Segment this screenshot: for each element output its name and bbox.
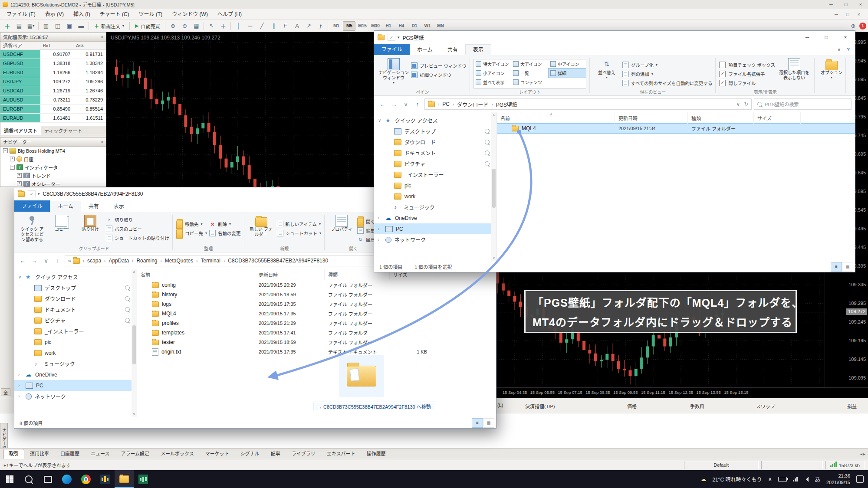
copy-to-button[interactable]: コピー先▾ (176, 229, 207, 237)
terminal-tab-エキスパート[interactable]: エキスパート (321, 449, 361, 459)
ribbon-tab-表示[interactable]: 表示 (465, 44, 491, 55)
thumbnail-view-icon[interactable]: ▦ (842, 262, 853, 272)
profiles-icon[interactable]: ▦▾ (25, 21, 36, 31)
refresh-icon[interactable]: ↻ (744, 102, 748, 107)
chevron-down-icon[interactable]: ∨ (378, 118, 381, 123)
chevron-right-icon[interactable]: › (18, 383, 20, 388)
quick-access-toolbar[interactable]: ✓▾ (388, 34, 400, 41)
sidebar-item-ピクチャ[interactable]: ピクチャ (374, 158, 496, 169)
terminal-tab-取引[interactable]: 取引 (3, 449, 24, 459)
ime-indicator[interactable]: あ (815, 475, 820, 483)
sidebar-item-ピクチャ[interactable]: ピクチャ (14, 315, 137, 326)
file-row-origin.txt[interactable]: origin.txt2021/09/15 17:35テキスト ドキュメント1 K… (137, 347, 496, 357)
sidebar-item-pic[interactable]: pic (374, 180, 496, 191)
scrollbar-thumb[interactable] (492, 169, 496, 208)
notification-badge[interactable]: 1 (859, 23, 866, 29)
market-watch-row[interactable]: AUDUSD0.732110.73229 (0, 95, 106, 105)
timeframe-W1[interactable]: W1 (421, 21, 434, 31)
taskbar-app-button[interactable] (134, 470, 153, 488)
sidebar-scrollbar[interactable]: ∧∨ (132, 269, 137, 417)
move-to-button[interactable]: 移動先▾ (176, 219, 207, 228)
maximize-button[interactable]: □ (838, 0, 853, 9)
scrollbar-thumb[interactable] (132, 325, 136, 364)
start-button[interactable] (0, 470, 19, 488)
terminal-tab-運用比率[interactable]: 運用比率 (24, 449, 55, 459)
cursor-icon[interactable]: ↖ (206, 21, 217, 31)
network-icon[interactable] (793, 477, 798, 481)
paste-shortcut-button[interactable]: ショートカットの貼り付け (106, 233, 169, 242)
ribbon-tab-共有[interactable]: 共有 (440, 45, 465, 55)
ribbon-tab-ファイル[interactable]: ファイル (14, 200, 50, 212)
close-button[interactable]: × (836, 31, 855, 44)
market-watch-row[interactable]: USDJPY109.272109.286 (0, 77, 106, 86)
file-row-MQL4[interactable]: MQL42021/09/15 17:35ファイル フォルダー (137, 309, 496, 318)
taskbar-chrome-button[interactable] (76, 470, 95, 488)
fibonacci-icon[interactable]: F (279, 21, 291, 31)
breadcrumb-segment[interactable]: scapa (87, 258, 101, 264)
navigator-item[interactable]: −Big Boss Holding MT4 (0, 147, 106, 155)
terminal-tab-メールボックス[interactable]: メールボックス (155, 449, 200, 459)
back-icon[interactable]: ← (18, 256, 27, 265)
sidebar-item-OneDrive[interactable]: ›☁OneDrive (14, 369, 137, 380)
timeframe-MN[interactable]: MN (434, 21, 447, 31)
sidebar-item-デスクトップ[interactable]: デスクトップ (14, 282, 137, 293)
auto-trading-button[interactable]: ▶自動売買 (132, 21, 163, 31)
layout-option-大アイコン[interactable]: 大アイコン (511, 59, 549, 69)
ribbon-collapse-icon[interactable]: ∧ (837, 47, 841, 52)
terminal-tab-口座履歴[interactable]: 口座履歴 (55, 449, 85, 459)
size-columns-button[interactable]: すべての列のサイズを自動的に変更する (622, 79, 713, 87)
terminal-all-tab[interactable]: 全 (1, 388, 10, 396)
sidebar-item-クイック アクセス[interactable]: ∨★クイック アクセス (14, 272, 137, 282)
sidebar-item-ダウンロード[interactable]: ダウンロード (14, 293, 137, 304)
tree-expander-icon[interactable]: − (10, 165, 15, 170)
recent-locations-icon[interactable]: ∨ (41, 256, 51, 265)
back-icon[interactable]: ← (378, 99, 387, 109)
crosshair-icon[interactable]: ＋ (217, 21, 229, 31)
chevron-right-icon[interactable]: › (378, 226, 379, 231)
terminal-tab-シグナル[interactable]: シグナル (235, 449, 265, 459)
chevron-right-icon[interactable]: › (18, 394, 20, 399)
status-profile[interactable]: Default (684, 461, 759, 469)
breadcrumb-segment[interactable]: MetaQuotes (165, 258, 193, 264)
market-watch-tab[interactable]: ティックチャート (41, 126, 85, 135)
tile-windows-icon[interactable]: ▦ (191, 21, 202, 31)
battery-icon[interactable] (778, 477, 787, 481)
navigator-item[interactable]: +口座 (0, 155, 106, 163)
clock[interactable]: 21:362021/09/15 (826, 473, 850, 486)
sidebar-item-work[interactable]: work (14, 347, 137, 358)
sidebar-item-_インストーラー[interactable]: _インストーラー (374, 169, 496, 180)
column-header-名前[interactable]: 名前∧ (497, 112, 615, 124)
column-header-更新日時[interactable]: 更新日時 (255, 269, 325, 280)
menu-item[interactable]: ファイル (F) (2, 9, 40, 20)
terminal-tab-マーケット[interactable]: マーケット (200, 449, 235, 459)
column-header-名前[interactable]: 名前 (137, 269, 255, 280)
menu-item[interactable]: 表示 (V) (40, 9, 69, 20)
details-view-icon[interactable]: ≡ (472, 418, 483, 428)
tree-expander-icon[interactable]: + (17, 173, 22, 178)
new-order-button[interactable]: ＋新規注文▾ (91, 21, 128, 31)
preview-pane-button[interactable]: プレビュー ウィンドウ (411, 61, 467, 70)
layout-option-並べて表示[interactable]: 並べて表示 (474, 78, 511, 87)
address-dropdown-icon[interactable]: ∨ (736, 102, 740, 107)
item-checkboxes-checkbox[interactable]: 項目チェック ボックス (719, 60, 775, 69)
navigator-toggle-icon[interactable]: ▣ (64, 21, 75, 31)
minimize-button[interactable]: ─ (798, 31, 817, 44)
navigator-item[interactable]: +ƒトレンド (0, 171, 106, 180)
market-watch-row[interactable]: USDCAD1.267191.26746 (0, 86, 106, 95)
sidebar-item-ネットワーク[interactable]: ›ネットワーク (14, 391, 137, 402)
scroll-down-icon[interactable]: ∨ (493, 256, 495, 260)
sidebar-item-_インストーラー[interactable]: _インストーラー (14, 326, 137, 337)
market-watch-row[interactable]: GBPUSD1.383181.38342 (0, 59, 106, 68)
new-folder-button[interactable]: 新しい フォルダー (248, 213, 275, 245)
chevron-down-icon[interactable]: ∨ (18, 275, 21, 279)
timeframe-M5[interactable]: M5 (343, 21, 355, 31)
sidebar-item-pic[interactable]: pic (14, 337, 137, 347)
action-center-icon[interactable] (856, 475, 864, 483)
pin-to-quick-access-button[interactable]: クイック アクセス にピン留めする (19, 213, 46, 245)
tree-expander-icon[interactable]: + (10, 157, 15, 161)
taskbar-edge-button[interactable] (57, 470, 76, 488)
market-watch-row[interactable]: EURGBP0.854900.85514 (0, 105, 106, 114)
new-chart-icon[interactable]: ▤ (13, 21, 25, 31)
chevron-right-icon[interactable]: › (378, 237, 379, 242)
menu-item[interactable]: ツール (T) (134, 9, 168, 20)
